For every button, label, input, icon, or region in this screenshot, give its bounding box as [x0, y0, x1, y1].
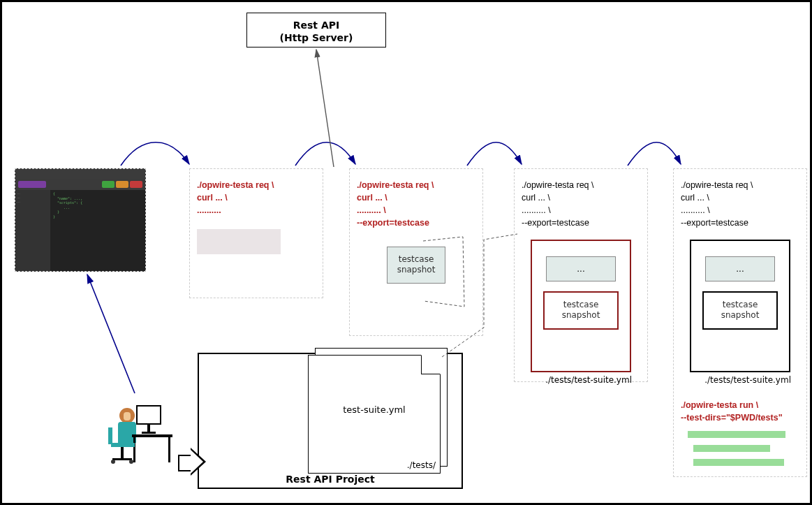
step2-panel: ./opwire-testa req \ curl ... \ ........…: [349, 168, 483, 336]
svg-line-0: [87, 275, 135, 393]
step4-run-cmd-line2: --test-dirs="$PWD/tests": [681, 411, 799, 424]
step3-suite-ellipsis: ...: [546, 256, 616, 281]
desk-icon: [132, 434, 172, 437]
step4-cmd-line2: curl ... \: [681, 191, 799, 204]
step1-cmd-line3: ..........: [197, 204, 316, 217]
developer-figure: [107, 390, 184, 488]
step4-testsuite-file: ... testcase snapshot: [690, 240, 790, 372]
step3-cmd-line4: --export=testcase: [522, 217, 640, 229]
step3-cmd-line2: curl ... \: [522, 191, 640, 204]
step4-panel: ./opwire-testa req \ curl ... \ ........…: [673, 168, 807, 477]
step4-cmd-line1: ./opwire-testa req \: [681, 179, 799, 191]
step3-suite-caption: ./tests/test-suite.yml: [522, 375, 640, 385]
ide-body: ········· { "name": ..., "scripts": { ..…: [15, 190, 145, 271]
step4-run-cmd-line1: ./opwire-testa run \: [681, 399, 799, 411]
step2-cmd-line1: ./opwire-testa req \: [357, 179, 475, 191]
person-face-icon: [124, 412, 131, 420]
ide-stop-btn-icon: [130, 181, 142, 188]
svg-line-1: [316, 50, 334, 167]
step1-cmd-line1: ./opwire-testa req \: [197, 179, 316, 191]
tests-folder: test-suite.yml ./tests/: [308, 348, 448, 474]
monitor-icon: [136, 405, 161, 425]
step3-suite-snapshot: testcase snapshot: [543, 291, 619, 330]
desk-leg-icon: [168, 437, 170, 462]
rest-api-server-box: Rest API (Http Server): [246, 13, 386, 47]
step4-suite-ellipsis: ...: [705, 256, 775, 281]
result-bar-1: [688, 431, 785, 438]
ide-screenshot-thumb: ········· { "name": ..., "scripts": { ..…: [15, 168, 146, 272]
chair-back-icon: [108, 427, 112, 444]
step2-cmd-line3: .......... \: [357, 204, 475, 217]
ide-toolbar: [15, 179, 145, 190]
diagram-canvas: Rest API (Http Server) ········· { "name…: [0, 0, 812, 505]
step1-output-placeholder: [197, 229, 281, 254]
step4-cmd-line4: --export=testcase: [681, 217, 799, 229]
ide-titlebar: [15, 169, 145, 179]
step3-panel: ./opwire-testa req \ curl ... \ ........…: [514, 168, 648, 382]
step4-suite-caption: ./tests/test-suite.yml: [681, 375, 799, 385]
step1-panel: ./opwire-testa req \ curl ... \ ........…: [189, 168, 323, 298]
rest-api-title-line2: (Http Server): [247, 31, 385, 44]
suite-file-label: test-suite.yml: [309, 404, 440, 415]
ide-run-btn-icon: [102, 181, 115, 188]
chair-wheel-icon: [111, 460, 115, 464]
monitor-base-icon: [142, 432, 156, 434]
desk-leg-icon: [133, 437, 135, 462]
ide-code-pane: { "name": ..., "scripts": { ... } }: [50, 190, 145, 271]
step2-testcase-snapshot: testcase snapshot: [387, 247, 445, 284]
chair-pole-icon: [121, 447, 124, 458]
folder-front-page: test-suite.yml ./tests/: [308, 355, 441, 474]
ide-sidebar: ·········: [15, 190, 50, 271]
ide-warn-btn-icon: [116, 181, 128, 188]
tests-path-label: ./tests/: [407, 460, 436, 470]
step3-cmd-line1: ./opwire-testa req \: [522, 179, 640, 191]
result-bar-2: [693, 445, 770, 452]
step4-cmd-line3: .......... \: [681, 204, 799, 217]
step1-cmd-line2: curl ... \: [197, 191, 316, 204]
step4-suite-snapshot: testcase snapshot: [702, 291, 778, 330]
ide-brand-badge: [18, 181, 46, 188]
dogear-icon: [421, 355, 441, 374]
to-project-arrow-icon: [178, 448, 209, 476]
chair-wheel-icon: [129, 460, 133, 464]
project-title: Rest API Project: [199, 474, 462, 485]
monitor-stand-icon: [147, 425, 150, 432]
rest-api-title-line1: Rest API: [247, 19, 385, 31]
step3-cmd-line3: .......... \: [522, 204, 640, 217]
step2-cmd-line2: curl ... \: [357, 191, 475, 204]
step3-testsuite-file: ... testcase snapshot: [531, 240, 631, 372]
result-bar-3: [693, 459, 784, 466]
step2-cmd-line4: --export=testcase: [357, 217, 475, 229]
